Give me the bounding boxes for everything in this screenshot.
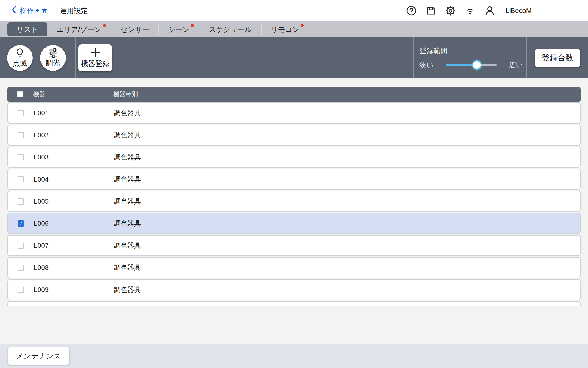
table-header: 機器 機器種別 <box>7 87 581 102</box>
device-type: 調色器具 <box>114 131 580 140</box>
blink-label: 点滅 <box>13 59 27 68</box>
row-checkbox[interactable] <box>18 110 24 116</box>
page-title: 運用設定 <box>60 6 88 16</box>
device-id: L004 <box>34 175 114 183</box>
row-checkbox[interactable] <box>18 154 24 160</box>
dim-button[interactable]: 調光 <box>40 45 66 71</box>
device-type: 調色器具 <box>114 219 580 228</box>
dimmer-mixer-icon <box>48 48 58 59</box>
row-checkbox[interactable] <box>18 176 24 182</box>
table-row-partial <box>7 301 581 306</box>
lightbulb-icon <box>15 48 25 59</box>
tab-label: シーン <box>168 25 190 34</box>
table-row[interactable]: L009調色器具 <box>7 279 581 300</box>
tab-bar: リストエリア/ゾーンセンサーシーンスケジュールリモコン <box>0 21 588 37</box>
range-max-label: 広い <box>509 60 523 70</box>
tab-label: リモコン <box>271 25 300 34</box>
device-type: 調色器具 <box>114 285 580 294</box>
table-row[interactable]: L002調色器具 <box>7 125 581 146</box>
tab-sensor[interactable]: センサー <box>111 22 159 36</box>
toolbar-divider <box>115 37 115 78</box>
row-checkbox[interactable] <box>18 132 24 138</box>
user-button[interactable] <box>484 5 496 17</box>
wifi-icon <box>465 6 476 16</box>
device-type: 調色器具 <box>114 241 580 250</box>
tab-label: リスト <box>17 25 38 34</box>
column-header-device: 機器 <box>33 90 113 98</box>
top-bar-right: LiBecoM <box>405 5 588 17</box>
tab-label: エリア/ゾーン <box>57 25 102 34</box>
row-checkbox[interactable]: ✓ <box>18 220 24 227</box>
settings-button[interactable] <box>445 5 456 17</box>
device-type: 調色器具 <box>114 175 580 184</box>
device-id: L005 <box>34 197 114 205</box>
column-header-device-type: 機器種別 <box>113 90 581 98</box>
blink-button[interactable]: 点滅 <box>7 45 33 71</box>
back-button[interactable]: 操作画面 <box>11 6 48 16</box>
tab-list[interactable]: リスト <box>7 22 47 36</box>
table-row[interactable]: ✓L006調色器具 <box>7 213 581 234</box>
tab-remote[interactable]: リモコン <box>262 22 309 36</box>
registration-range-group: 登録範囲 狭い 広い <box>414 46 526 70</box>
help-button[interactable] <box>405 5 417 17</box>
tab-schedule[interactable]: スケジュール <box>199 22 261 36</box>
registration-range-title: 登録範囲 <box>419 46 526 56</box>
table-rows-viewport[interactable]: L001調色器具L002調色器具L003調色器具L004調色器具L005調色器具… <box>7 102 581 306</box>
register-device-label: 機器登録 <box>81 59 109 68</box>
row-checkbox[interactable] <box>18 265 24 271</box>
registered-count-button[interactable]: 登録台数 <box>535 49 580 67</box>
back-label: 操作画面 <box>20 6 48 16</box>
device-list-area: 機器 機器種別 L001調色器具L002調色器具L003調色器具L004調色器具… <box>0 78 588 344</box>
device-type: 調色器具 <box>114 197 580 206</box>
tab-area-zone[interactable]: エリア/ゾーン <box>47 22 111 36</box>
row-checkbox[interactable] <box>18 243 24 249</box>
table-row[interactable]: L001調色器具 <box>7 102 581 124</box>
save-icon <box>426 6 436 16</box>
help-icon <box>406 6 417 16</box>
table-row[interactable]: L007調色器具 <box>7 235 581 256</box>
device-id: L002 <box>34 131 114 139</box>
table-row[interactable]: L008調色器具 <box>7 257 581 278</box>
toolbar: 点滅 調光 <box>0 37 588 78</box>
device-id: L003 <box>34 153 114 161</box>
dim-label: 調光 <box>46 58 60 68</box>
save-button[interactable] <box>425 5 437 17</box>
device-id: L009 <box>34 286 114 294</box>
device-type: 調色器具 <box>114 109 580 118</box>
top-bar: 操作画面 運用設定 <box>0 0 588 21</box>
table-row[interactable]: L004調色器具 <box>7 169 581 190</box>
device-id: L008 <box>34 264 114 272</box>
bottom-bar: メンテナンス <box>0 344 588 368</box>
user-icon <box>484 5 495 16</box>
plus-icon <box>90 48 100 58</box>
notification-dot <box>191 24 194 27</box>
registered-count-group: 登録台数 <box>527 49 588 67</box>
row-checkbox[interactable] <box>18 287 24 293</box>
slider-thumb[interactable] <box>472 60 481 70</box>
table-row[interactable]: L005調色器具 <box>7 191 581 212</box>
toolbar-left-group: 点滅 調光 <box>0 45 75 71</box>
tab-label: スケジュール <box>209 25 252 34</box>
device-type: 調色器具 <box>114 263 580 272</box>
row-checkbox[interactable] <box>18 198 24 205</box>
tab-scene[interactable]: シーン <box>159 22 199 36</box>
table-row[interactable]: L003調色器具 <box>7 147 581 168</box>
range-min-label: 狭い <box>419 60 434 70</box>
registration-range-slider[interactable] <box>446 60 497 70</box>
top-bar-left: 操作画面 運用設定 <box>0 6 88 16</box>
device-id: L006 <box>34 220 114 228</box>
account-name: LiBecoM <box>505 7 532 15</box>
tab-label: センサー <box>121 25 149 34</box>
register-device-button[interactable]: 機器登録 <box>78 44 112 71</box>
back-chevron-icon <box>11 6 17 16</box>
registration-range-row: 狭い 広い <box>419 60 526 70</box>
settings-gear-icon <box>445 5 456 16</box>
wifi-button[interactable] <box>464 5 476 17</box>
device-id: L007 <box>34 242 114 250</box>
notification-dot <box>301 24 304 27</box>
device-type: 調色器具 <box>114 153 580 162</box>
maintenance-button[interactable]: メンテナンス <box>8 347 70 365</box>
select-all-checkbox[interactable] <box>17 91 23 97</box>
device-id: L001 <box>34 109 114 117</box>
app-screen: 操作画面 運用設定 <box>0 0 588 368</box>
